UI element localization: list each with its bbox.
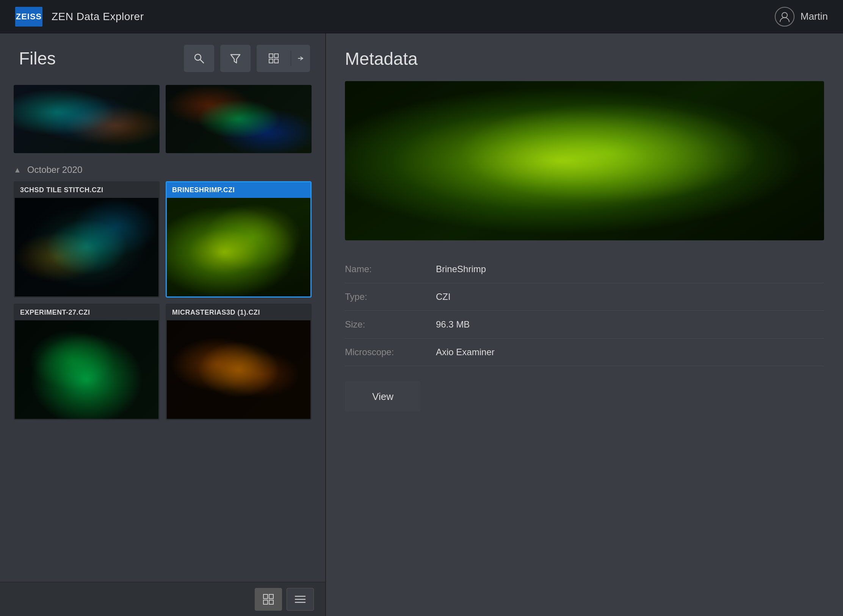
section-date-label: October 2020	[27, 165, 82, 175]
file-card-3chsd-image	[15, 198, 158, 296]
svg-rect-10	[263, 600, 268, 604]
group-button[interactable]	[257, 45, 291, 72]
view-button[interactable]: View	[345, 381, 421, 412]
header-right: Martin	[775, 7, 828, 27]
file-card-experiment27-title: EXPERIMENT-27.CZI	[15, 305, 158, 320]
file-card-brineshrimp-image	[167, 198, 310, 296]
file-card-experiment27-image	[15, 320, 158, 419]
filter-button[interactable]	[220, 45, 251, 72]
svg-rect-8	[263, 594, 268, 599]
metadata-row-type: Type: CZI	[345, 283, 824, 311]
svg-rect-4	[269, 54, 273, 58]
prev-section	[8, 81, 318, 161]
file-card-micrasterias-title: MICRASTERIAS3D (1).CZI	[167, 305, 310, 320]
files-title: Files	[19, 48, 56, 69]
metadata-row-size: Size: 96.3 MB	[345, 311, 824, 339]
svg-rect-6	[269, 59, 273, 63]
file-card-micrasterias[interactable]: MICRASTERIAS3D (1).CZI	[166, 304, 312, 420]
prev-thumbnail-1-image	[14, 85, 160, 153]
svg-rect-11	[269, 600, 273, 604]
metadata-fields: Name: BrineShrimp Type: CZI Size: 96.3 M…	[345, 255, 824, 366]
user-name: Martin	[801, 11, 828, 22]
section-header-october2020[interactable]: ▲ October 2020	[8, 161, 318, 181]
svg-rect-7	[274, 59, 278, 63]
metadata-preview-image	[345, 81, 824, 240]
prev-thumbnail-1[interactable]	[14, 85, 160, 153]
files-panel: Files	[0, 33, 326, 616]
svg-marker-3	[231, 55, 240, 63]
file-grid: 3CHSD TILE STITCH.CZI BRINESHRIMP.CZI EX…	[8, 181, 318, 420]
prev-thumbnail-2[interactable]	[166, 85, 312, 153]
group-button-group	[257, 45, 310, 72]
collapse-icon: ▲	[14, 166, 21, 174]
metadata-type-value: CZI	[436, 292, 451, 302]
prev-thumbnail-2-image	[166, 85, 312, 153]
files-footer	[0, 582, 325, 616]
svg-point-0	[782, 13, 787, 18]
file-card-3chsd[interactable]: 3CHSD TILE STITCH.CZI	[14, 181, 160, 298]
list-view-button[interactable]	[287, 588, 314, 611]
files-content[interactable]: ▲ October 2020 3CHSD TILE STITCH.CZI BRI…	[0, 81, 325, 582]
file-card-brineshrimp-title: BRINESHRIMP.CZI	[167, 182, 310, 198]
metadata-row-microscope: Microscope: Axio Examiner	[345, 339, 824, 366]
toolbar-buttons	[184, 45, 310, 72]
svg-rect-5	[274, 54, 278, 58]
file-card-3chsd-title: 3CHSD TILE STITCH.CZI	[15, 182, 158, 198]
zeiss-logo: ZEISS	[15, 7, 42, 27]
file-card-brineshrimp[interactable]: BRINESHRIMP.CZI	[166, 181, 312, 298]
file-card-micrasterias-image	[167, 320, 310, 419]
metadata-panel: Metadata Name: BrineShrimp Type: CZI Siz…	[326, 33, 843, 616]
svg-line-2	[200, 60, 204, 63]
metadata-type-label: Type:	[345, 292, 436, 302]
svg-rect-9	[269, 594, 273, 599]
metadata-title: Metadata	[345, 49, 824, 69]
search-button[interactable]	[184, 45, 214, 72]
app-title: ZEN Data Explorer	[52, 11, 144, 23]
user-avatar-icon[interactable]	[775, 7, 794, 27]
metadata-microscope-label: Microscope:	[345, 347, 436, 357]
grid-view-button[interactable]	[255, 588, 282, 611]
header-left: ZEISS ZEN Data Explorer	[15, 7, 144, 27]
main-container: Files	[0, 33, 843, 616]
metadata-name-value: BrineShrimp	[436, 264, 486, 274]
metadata-row-name: Name: BrineShrimp	[345, 255, 824, 283]
group-dropdown-button[interactable]	[291, 45, 310, 72]
metadata-size-label: Size:	[345, 319, 436, 330]
metadata-size-value: 96.3 MB	[436, 319, 470, 330]
app-header: ZEISS ZEN Data Explorer Martin	[0, 0, 843, 33]
metadata-name-label: Name:	[345, 264, 436, 274]
metadata-microscope-value: Axio Examiner	[436, 347, 495, 357]
files-header: Files	[0, 33, 325, 81]
file-card-experiment27[interactable]: EXPERIMENT-27.CZI	[14, 304, 160, 420]
